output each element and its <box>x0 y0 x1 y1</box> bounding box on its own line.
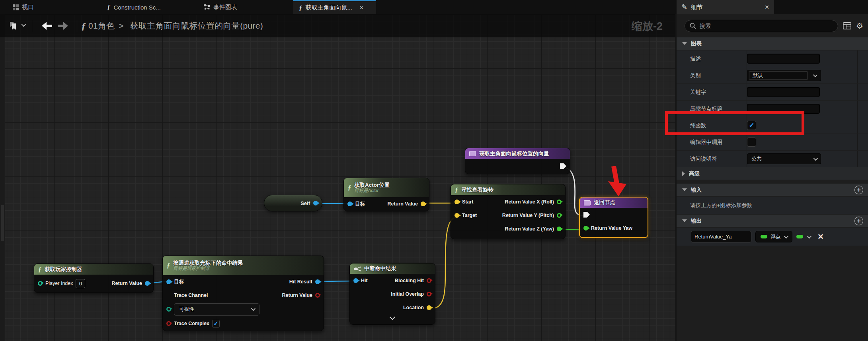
section-inputs[interactable]: 输入 + <box>677 184 868 196</box>
field-label: 关键字 <box>690 89 706 96</box>
node-break-hit-result[interactable]: 中断命中结果 Hit Blocking Hit Initial Overlap <box>349 263 435 325</box>
category-combobox[interactable]: 默认 <box>747 70 821 81</box>
node-header: ƒ 获取Actor位置 目标是Actor <box>344 178 429 197</box>
divider <box>33 20 33 32</box>
scrollbar-thumb[interactable] <box>1 205 4 241</box>
pin-trace-complex[interactable] <box>166 321 171 326</box>
pin-label: Player Index <box>45 281 73 286</box>
pin-self-out[interactable] <box>313 201 318 205</box>
tab-viewport[interactable]: 视口 <box>7 0 39 14</box>
search-input[interactable] <box>700 23 833 29</box>
section-collapse-icon <box>682 42 687 45</box>
inputs-hint-text: 请按上方的+图标添加参数 <box>690 202 752 209</box>
container-chevron-down-icon[interactable] <box>807 234 811 238</box>
zoom-level-label: 缩放-2 <box>632 19 663 33</box>
trace-complex-checkbox[interactable]: ✓ <box>212 320 220 327</box>
plus-icon: + <box>857 217 861 224</box>
pin-label: Return Value X (Roll) <box>505 199 554 205</box>
node-return[interactable]: 返回节点 Return Value Yaw <box>579 197 648 238</box>
add-output-button[interactable]: + <box>854 217 863 225</box>
category-value[interactable]: 默认 <box>749 71 808 80</box>
node-find-look-at-rotation[interactable]: ƒ 寻找查看旋转 Start Return Value X (Roll) Tar… <box>451 184 566 239</box>
trace-channel-dropdown[interactable]: 可视性 <box>174 303 259 316</box>
annotation-red-rectangle <box>665 111 804 135</box>
details-tab-close-icon[interactable]: ✕ <box>765 4 769 10</box>
bookmark-icon[interactable] <box>9 21 18 31</box>
pin-exec-in[interactable] <box>583 212 590 218</box>
pin-exec-out[interactable] <box>560 163 566 169</box>
tab-close-icon[interactable]: ✕ <box>359 5 364 11</box>
pin-initial-overlap[interactable] <box>427 292 431 296</box>
function-icon: ƒ <box>167 262 170 269</box>
settings-gear-icon[interactable]: ⚙ <box>856 21 863 31</box>
nav-back-icon[interactable] <box>41 21 53 30</box>
viewport-grid-icon <box>13 4 19 10</box>
pin-target[interactable] <box>454 213 459 218</box>
output-type-dropdown[interactable]: 浮点 <box>755 231 792 242</box>
node-get-player-controller[interactable]: ƒ 获取玩家控制器 Player Index 0 Return Value <box>34 264 154 293</box>
graph-canvas[interactable]: ƒ 01角色 > 获取主角面向鼠标位置的向量(pure) 缩放-2 ƒ 获取玩家… <box>0 14 675 341</box>
pin-return-z-yaw[interactable] <box>557 227 562 231</box>
function-icon: ƒ <box>348 184 351 191</box>
display-filter-icon[interactable] <box>843 22 851 29</box>
pin-player-index[interactable] <box>38 281 43 286</box>
pin-label: 目标 <box>174 279 184 285</box>
node-self[interactable]: Self <box>264 195 322 211</box>
details-toolbar: ⚙ <box>677 14 868 37</box>
pin-location[interactable] <box>427 305 431 310</box>
node-get-actor-location[interactable]: ƒ 获取Actor位置 目标是Actor 目标 Return Value <box>343 178 429 211</box>
pin-target[interactable] <box>347 202 352 206</box>
section-collapse-icon <box>682 188 687 191</box>
chevron-down-icon <box>784 234 788 238</box>
pin-hit[interactable] <box>353 278 358 283</box>
divider <box>77 20 77 32</box>
pin-return-value[interactable] <box>315 293 320 298</box>
node-function-entry[interactable]: 获取主角面向鼠标位置的向量 <box>465 148 570 174</box>
breadcrumb-root[interactable]: 01角色 <box>88 20 115 31</box>
keywords-input[interactable] <box>747 87 820 97</box>
access-specifier-dropdown[interactable]: 公共 <box>747 153 821 164</box>
add-input-button[interactable]: + <box>854 186 863 194</box>
section-label: 图表 <box>691 40 702 47</box>
expand-node-chevron-icon[interactable] <box>390 314 395 320</box>
break-struct-icon <box>354 266 361 271</box>
call-in-editor-checkbox[interactable] <box>747 138 756 147</box>
pin-return-value[interactable] <box>145 281 150 286</box>
pin-label: 目标 <box>355 201 365 207</box>
function-icon: ƒ <box>38 266 41 273</box>
search-box[interactable] <box>685 20 838 32</box>
field-label: 类别 <box>690 72 701 79</box>
output-name-input[interactable] <box>691 231 751 242</box>
delete-output-button[interactable]: ✕ <box>817 232 824 241</box>
pin-trace-channel[interactable] <box>166 307 171 312</box>
tab-event-graph[interactable]: 事件图表 <box>198 0 243 14</box>
pin-start[interactable] <box>454 200 459 204</box>
function-icon: ƒ <box>81 21 86 31</box>
pin-return-y-pitch[interactable] <box>557 213 562 218</box>
pin-hit-result[interactable] <box>315 279 320 284</box>
pin-blocking-hit[interactable] <box>427 278 431 283</box>
output-type-value: 浮点 <box>770 233 781 240</box>
node-title: 获取玩家控制器 <box>45 266 82 273</box>
pin-target[interactable] <box>166 279 171 284</box>
bookmark-dropdown-chevron-icon[interactable] <box>21 22 26 27</box>
tab-construction-script[interactable]: ƒ Construction Sc... <box>101 0 166 14</box>
node-title: 获取主角面向鼠标位置的向量 <box>479 150 549 157</box>
row-call-in-editor: 编辑器中调用 <box>677 134 868 150</box>
node-get-hit-result-under-cursor[interactable]: ƒ 按通道获取光标下的命中结果 目标是玩家控制器 目标 Hit Result <box>162 256 324 331</box>
function-icon: ƒ <box>107 3 111 11</box>
pin-return-value[interactable] <box>421 202 425 206</box>
tab-active-function[interactable]: ƒ 获取主角面向鼠... ✕ <box>293 0 376 14</box>
container-type-pill-icon[interactable] <box>796 235 803 238</box>
section-outputs[interactable]: 输出 + <box>677 215 868 227</box>
nav-forward-icon[interactable] <box>57 21 69 30</box>
field-label: 编辑器中调用 <box>690 139 722 146</box>
pin-return-value-yaw[interactable] <box>583 226 588 231</box>
pin-label: Target <box>462 213 477 218</box>
description-input[interactable] <box>747 54 820 64</box>
pin-return-x-roll[interactable] <box>557 200 562 204</box>
section-advanced[interactable]: 高级 <box>677 167 868 180</box>
tab-details-panel[interactable]: ✎ 细节 ✕ <box>677 0 774 14</box>
section-graph[interactable]: 图表 <box>677 37 868 50</box>
player-index-value[interactable]: 0 <box>76 279 85 288</box>
